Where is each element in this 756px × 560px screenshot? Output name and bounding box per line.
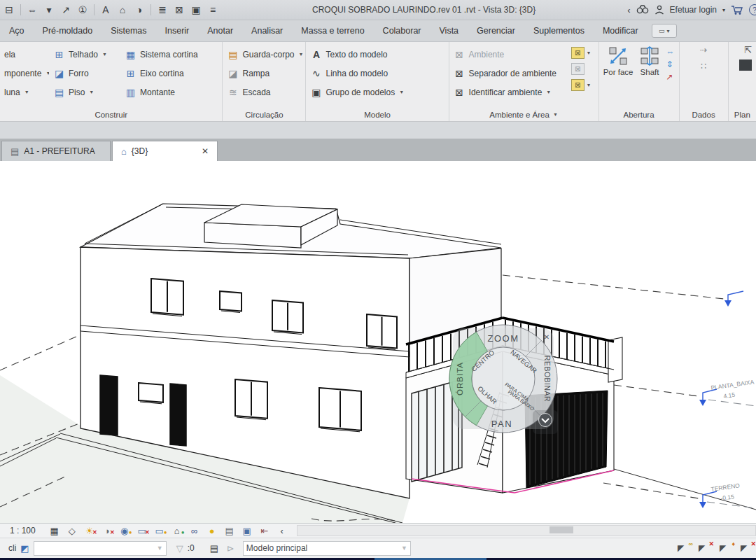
close-hidden-windows-icon[interactable]: ⊠ [172, 2, 187, 18]
piso-button[interactable]: ▤Piso▼ [53, 83, 120, 102]
reveal-hidden-elements-icon[interactable]: ● [206, 526, 218, 536]
select-links-toggle[interactable]: ◤∞ [678, 543, 690, 553]
sistema-cortina-button[interactable]: ▦Sistema cortina [125, 45, 216, 64]
ribbon-state-toggle[interactable]: ▭▾ [652, 24, 677, 38]
wheel-close-icon[interactable]: ✕ [544, 333, 550, 341]
forro-button[interactable]: ◪Forro [53, 64, 120, 83]
customize-qat-icon[interactable]: ≡ [205, 2, 220, 18]
rendering-dialog-icon[interactable]: ◉● [119, 526, 130, 536]
login-dropdown-icon[interactable]: ▾ [722, 7, 725, 13]
locked-3d-view-icon[interactable]: ⌂● [172, 526, 183, 536]
drawing-area[interactable]: PLANTA_BAIXA 4.15 TERRENO -0.15 ZOOM PAN… [0, 161, 756, 523]
horizontal-scrollbar[interactable] [297, 525, 756, 536]
coluna-button[interactable]: luna▼ [4, 83, 49, 102]
dormer-opening-icon[interactable]: ↗ [666, 72, 675, 82]
navigation-wheel[interactable]: ZOOM PAN ✕ ÓRBITA REBOBINAR CENTRO NAVEG… [449, 325, 558, 434]
visual-style-icon[interactable]: ◇ [66, 526, 78, 536]
worksets-icon[interactable]: ◩ [20, 543, 29, 554]
ambiente-button[interactable]: ⊠Ambiente [454, 45, 567, 64]
separador-de-ambiente-button[interactable]: ⊠Separador de ambiente [454, 64, 567, 83]
view-scale[interactable]: 1 : 100 [10, 526, 36, 536]
search-icon[interactable] [636, 5, 649, 15]
area-icon[interactable]: ⊠ [571, 47, 584, 59]
shadows-icon[interactable]: ◑✕ [102, 526, 113, 536]
ribbon-tab-analisar[interactable]: Analisar [242, 20, 292, 41]
select-by-face-toggle[interactable]: ◤✕ [741, 543, 753, 553]
rampa-button[interactable]: ◪Rampa [227, 64, 303, 83]
help-icon[interactable]: ? [749, 4, 756, 15]
show-workplane-icon[interactable] [739, 59, 752, 71]
montante-button[interactable]: ▥Montante [125, 83, 216, 102]
collapse-search-icon[interactable]: ‹ [627, 5, 630, 15]
show-crop-region-icon[interactable]: ▭● [154, 526, 165, 536]
select-pinned-toggle[interactable]: ◤♦ [720, 543, 732, 553]
select-underlay-toggle[interactable]: ◤✕ [699, 543, 711, 553]
grupo-de-modelos-button[interactable]: ▣Grupo de modelos▼ [310, 83, 404, 102]
view-tab-3d[interactable]: ⌂ {3D} ✕ [112, 141, 218, 161]
aligned-dimension-icon[interactable]: ↗ [58, 2, 74, 18]
escada-button[interactable]: ≋Escada [227, 83, 303, 102]
measure-icon[interactable]: ⇔ [24, 2, 40, 18]
filter-icon[interactable]: ▽ [176, 543, 183, 554]
level-tool-icon[interactable]: ⇢ [700, 45, 708, 55]
componente-button[interactable]: mponente▼ [4, 64, 49, 83]
view-tab-a1-prefeitura[interactable]: ▤ A1 - PREFEITURA [1, 141, 111, 161]
collapse-viewbar-icon[interactable]: ‹ [276, 526, 288, 536]
ribbon-tab-suplementos[interactable]: Suplementos [524, 20, 594, 41]
wheel-zoom-label[interactable]: ZOOM [488, 333, 519, 344]
level-marker-upper[interactable] [724, 291, 743, 307]
workplane-icon[interactable]: ⇱ [744, 45, 752, 55]
janela-button[interactable]: ela [4, 45, 49, 64]
tag-icon[interactable]: ① [75, 2, 90, 18]
login-button[interactable]: Efetuar login [670, 5, 717, 15]
text-icon[interactable]: A [98, 2, 113, 18]
close-icon[interactable]: ✕ [202, 146, 209, 156]
ribbon-tab-pr-moldado[interactable]: Pré-moldado [34, 20, 102, 41]
texto-do-modelo-button[interactable]: ATexto do modelo [310, 45, 404, 64]
scrollbar-thumb[interactable] [550, 526, 573, 533]
wall-opening-icon[interactable]: ⇔ [666, 47, 675, 57]
detail-level-icon[interactable]: ▦ [49, 526, 60, 536]
ribbon-tab-sistemas[interactable]: Sistemas [102, 20, 155, 41]
print-icon[interactable]: ⊟ [1, 2, 17, 18]
vertical-opening-icon[interactable]: ⇕ [666, 59, 675, 69]
ribbon-tab-vista[interactable]: Vista [430, 20, 468, 41]
sun-path-icon[interactable]: ☀✕ [84, 526, 95, 536]
wheel-rewind-label[interactable]: REBOBINAR [543, 356, 552, 402]
ribbon-tab-massa-e-terreno[interactable]: Massa e terreno [292, 20, 373, 41]
ribbon-tab-anotar[interactable]: Anotar [198, 20, 242, 41]
workset-select[interactable]: ▼ [34, 541, 167, 556]
wheel-menu-button[interactable] [539, 414, 552, 427]
thin-lines-icon[interactable]: ≣ [155, 2, 170, 18]
ribbon-tab-colaborar[interactable]: Colaborar [374, 20, 430, 41]
ribbon-tab-modificar[interactable]: Modificar [594, 20, 648, 41]
measure-dropdown-icon[interactable]: ▾ [41, 2, 57, 18]
cart-icon[interactable] [731, 5, 743, 15]
temporary-hide-isolate-icon[interactable]: ∞ [189, 526, 200, 536]
area-boundary-icon[interactable]: ⊠ [571, 63, 584, 75]
properties-icon[interactable]: ▤ [210, 543, 218, 554]
default-3d-view-icon[interactable]: ⌂ [115, 2, 130, 18]
linha-do-modelo-button[interactable]: ∿Linha do modelo [310, 64, 404, 83]
ribbon-tab-a-o[interactable]: Aço [0, 20, 34, 41]
temporary-view-properties-icon[interactable]: ▤ [224, 526, 235, 536]
shaft-button[interactable]: Shaft [635, 45, 665, 108]
design-options-select[interactable]: Modelo principal▼ [243, 541, 411, 556]
displacement-sets-icon[interactable]: ▣ [241, 526, 253, 536]
wheel-orbit-label[interactable]: ÓRBITA [456, 362, 464, 396]
grid-tool-icon[interactable]: ∷ [701, 61, 706, 71]
ribbon-tab-inserir[interactable]: Inserir [156, 20, 199, 41]
edit-family-icon[interactable]: ⊳ [227, 543, 234, 554]
ribbon-tab-gerenciar[interactable]: Gerenciar [468, 20, 524, 41]
tag-area-icon[interactable]: ⊠ [571, 79, 584, 91]
por-face-button[interactable]: Por face [603, 45, 634, 108]
switch-windows-icon[interactable]: ▣ [188, 2, 204, 18]
telhado-button[interactable]: ⊞Telhado▼ [53, 45, 120, 64]
eixo-cortina-button[interactable]: ⊞Eixo cortina [125, 64, 216, 83]
guarda-corpo-button[interactable]: ▤Guarda-corpo▼ [227, 45, 303, 64]
user-icon[interactable] [654, 5, 664, 15]
section-icon[interactable]: ◑ [132, 2, 147, 18]
reveal-constraints-icon[interactable]: ⇤ [259, 526, 270, 536]
wheel-pan-label[interactable]: PAN [491, 419, 512, 429]
crop-view-icon[interactable]: ▭✕ [136, 526, 148, 536]
